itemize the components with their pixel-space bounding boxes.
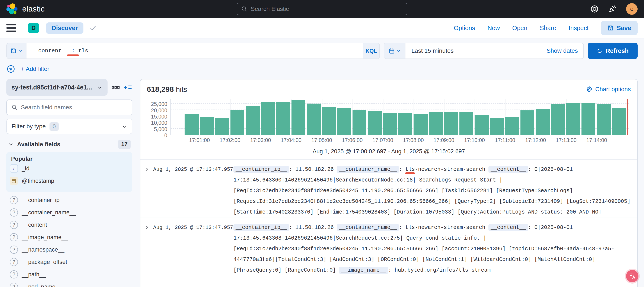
- histogram-bar[interactable]: [337, 108, 351, 135]
- field-name-badge[interactable]: __content__: [488, 224, 528, 231]
- x-tick-label: 17:13:00: [556, 137, 576, 143]
- refresh-button[interactable]: Refresh: [588, 43, 638, 59]
- y-axis-labels: 05,00010,00015,00020,00025,000: [145, 99, 170, 135]
- popular-field-item[interactable]: @timestamp: [10, 175, 129, 187]
- histogram-bar[interactable]: [230, 110, 244, 135]
- breadcrumb-discover[interactable]: Discover: [46, 23, 84, 34]
- histogram-bar[interactable]: [307, 104, 321, 135]
- histogram-bar[interactable]: [246, 106, 260, 135]
- kql-query-input[interactable]: __content__ : tls KQL: [6, 43, 380, 59]
- toolbar-link-options[interactable]: Options: [454, 25, 475, 32]
- histogram-bar[interactable]: [414, 114, 428, 135]
- field-item[interactable]: ?__path__: [10, 268, 132, 280]
- date-quick-menu-button[interactable]: [384, 43, 406, 59]
- toolbar-link-new[interactable]: New: [487, 25, 500, 32]
- histogram-bar[interactable]: [597, 104, 611, 135]
- help-icon[interactable]: [590, 5, 599, 13]
- popular-field-item[interactable]: t_id: [10, 162, 129, 175]
- histogram-bar[interactable]: [398, 113, 412, 135]
- histogram-bar[interactable]: [368, 111, 382, 135]
- elastic-logo[interactable]: elastic: [6, 3, 45, 15]
- toolbar-link-open[interactable]: Open: [512, 25, 527, 32]
- unknown-field-type-icon: ?: [10, 208, 18, 216]
- field-item[interactable]: ?__container_name__: [10, 206, 132, 219]
- hits-histogram[interactable]: 05,00010,00015,00020,00025,000: [145, 99, 629, 135]
- histogram-bar[interactable]: [444, 112, 458, 135]
- save-button[interactable]: Save: [601, 21, 638, 35]
- histogram-bar[interactable]: [352, 110, 366, 135]
- x-tick-label: 17:06:00: [342, 137, 362, 143]
- time-range-value[interactable]: Last 15 minutes: [406, 47, 454, 54]
- histogram-bar[interactable]: [536, 109, 550, 135]
- histogram-bar[interactable]: [429, 112, 443, 135]
- global-search-input[interactable]: Search Elastic: [237, 3, 407, 15]
- histogram-bar[interactable]: [520, 110, 534, 135]
- histogram-bar[interactable]: [566, 103, 580, 135]
- gear-icon: [586, 86, 592, 93]
- field-name-badge[interactable]: __container_name__: [337, 224, 399, 231]
- field-name-badge[interactable]: __content__: [488, 166, 528, 173]
- field-item[interactable]: ?__container_ip__: [10, 194, 132, 206]
- news-icon[interactable]: [608, 5, 617, 13]
- query-language-button[interactable]: KQL: [363, 43, 380, 59]
- histogram-plot-area[interactable]: [170, 99, 629, 135]
- time-range-picker[interactable]: Last 15 minutes Show dates: [384, 43, 584, 59]
- histogram-bar[interactable]: [490, 118, 504, 135]
- date-field-type-icon: [10, 177, 18, 185]
- show-dates-button[interactable]: Show dates: [547, 47, 584, 54]
- field-name: @timestamp: [22, 178, 54, 184]
- histogram-bar[interactable]: [261, 102, 275, 135]
- expand-row-button[interactable]: [144, 164, 153, 218]
- document-row: Aug 1, 2025 @ 17:13:47.957__container_ip…: [140, 160, 637, 218]
- histogram-bar[interactable]: [276, 102, 290, 135]
- field-item[interactable]: ?__namespace__: [10, 243, 132, 256]
- expand-row-button[interactable]: [144, 222, 153, 276]
- toolbar-link-inspect[interactable]: Inspect: [569, 25, 589, 32]
- chart-options-button[interactable]: Chart options: [586, 86, 631, 93]
- field-name-badge[interactable]: __container_ip__: [234, 166, 289, 173]
- histogram-bar[interactable]: [460, 112, 474, 135]
- data-view-selector[interactable]: sy-test.d95cf1df-a704-4e1...: [6, 79, 108, 96]
- histogram-bar[interactable]: [551, 104, 565, 135]
- add-filter-button[interactable]: + Add filter: [21, 66, 49, 72]
- save-icon: [607, 25, 614, 31]
- field-statistics-icon[interactable]: [112, 83, 120, 92]
- fields-sidebar: sy-test.d95cf1df-a704-4e1... Search fiel…: [6, 79, 132, 287]
- field-search-input[interactable]: Search field names: [6, 100, 132, 115]
- type-filter-count-badge: 0: [50, 122, 58, 131]
- histogram-bar[interactable]: [322, 107, 336, 135]
- field-name-badge[interactable]: __container_ip__: [234, 224, 289, 231]
- document-timestamp: Aug 1, 2025 @ 17:13:47.957: [153, 222, 234, 276]
- field-name-badge[interactable]: __image_name__: [339, 267, 388, 274]
- query-text[interactable]: __content__ : tls: [26, 48, 88, 54]
- field-item[interactable]: ?__image_name__: [10, 231, 132, 243]
- spellcheck-marked-text: tls: [405, 166, 415, 173]
- histogram-bar[interactable]: [215, 118, 229, 135]
- toolbar-link-share[interactable]: Share: [540, 25, 556, 32]
- histogram-bar[interactable]: [474, 115, 489, 135]
- filter-by-type-select[interactable]: Filter by type 0: [6, 119, 132, 134]
- field-item[interactable]: ?__package_offset__: [10, 256, 132, 268]
- y-tick-label: 5,000: [154, 126, 167, 132]
- filter-menu-icon[interactable]: [6, 65, 15, 74]
- field-name: __pod_name__: [22, 283, 62, 287]
- collapse-sidebar-icon[interactable]: [124, 83, 132, 92]
- field-item[interactable]: ?__pod_name__: [10, 280, 132, 287]
- histogram-bar[interactable]: [184, 114, 199, 135]
- field-name-badge[interactable]: __container_name__: [337, 166, 399, 173]
- translate-widget-button[interactable]: [626, 270, 638, 282]
- histogram-bar[interactable]: [292, 100, 306, 135]
- toolbar-actions: OptionsNewOpenShareInspect Save: [454, 21, 638, 35]
- saved-query-menu-button[interactable]: [7, 43, 26, 59]
- space-badge[interactable]: D: [28, 23, 39, 33]
- histogram-bar[interactable]: [383, 113, 397, 135]
- menu-icon[interactable]: [6, 24, 16, 32]
- histogram-bar[interactable]: [200, 117, 214, 135]
- histogram-bar[interactable]: [612, 108, 626, 135]
- user-avatar[interactable]: e: [626, 3, 638, 15]
- field-item[interactable]: ?__content__: [10, 219, 132, 231]
- available-fields-header[interactable]: Available fields 17: [6, 140, 132, 149]
- histogram-bar[interactable]: [505, 117, 519, 135]
- histogram-bar[interactable]: [582, 103, 596, 135]
- saved-query-icon: [10, 48, 16, 54]
